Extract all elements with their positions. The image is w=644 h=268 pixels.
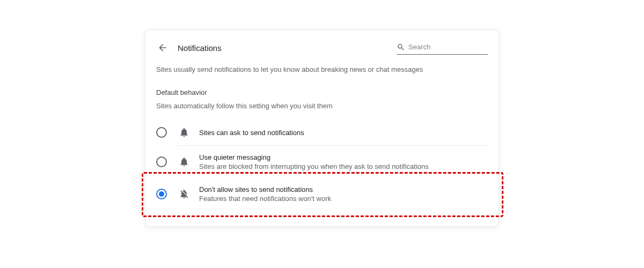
arrow-left-icon [157,42,168,53]
option-sublabel: Features that need notifications won't w… [199,195,331,203]
option-label: Sites can ask to send notifications [199,129,304,137]
search-input[interactable] [408,43,488,51]
bell-icon [179,127,189,138]
option-sublabel: Sites are blocked from interrupting you … [199,162,429,170]
option-label: Don't allow sites to send notifications [199,185,331,193]
option-text: Sites can ask to send notifications [199,129,304,137]
option-label: Use quieter messaging [199,153,429,161]
bell-icon [179,157,189,167]
search-icon [397,43,405,51]
page-title: Notifications [178,43,222,53]
header-row: Notifications [145,41,499,65]
search-field[interactable] [397,41,488,55]
option-ask[interactable]: Sites can ask to send notifications [145,120,499,145]
option-text: Don't allow sites to send notifications … [199,185,331,203]
option-quieter[interactable]: Use quieter messaging Sites are blocked … [145,146,499,178]
bell-off-icon [179,189,189,199]
settings-card: Notifications Sites usually send notific… [145,29,499,227]
radio-selected[interactable] [156,189,167,199]
radio-unselected[interactable] [156,157,167,167]
section-title: Default behavior [145,88,499,102]
option-dont-allow[interactable]: Don't allow sites to send notifications … [145,178,499,210]
radio-unselected[interactable] [156,127,167,138]
back-button[interactable] [156,41,169,54]
option-text: Use quieter messaging Sites are blocked … [199,153,429,170]
section-subtitle: Sites automatically follow this setting … [145,102,499,120]
page-description: Sites usually send notifications to let … [145,65,499,88]
